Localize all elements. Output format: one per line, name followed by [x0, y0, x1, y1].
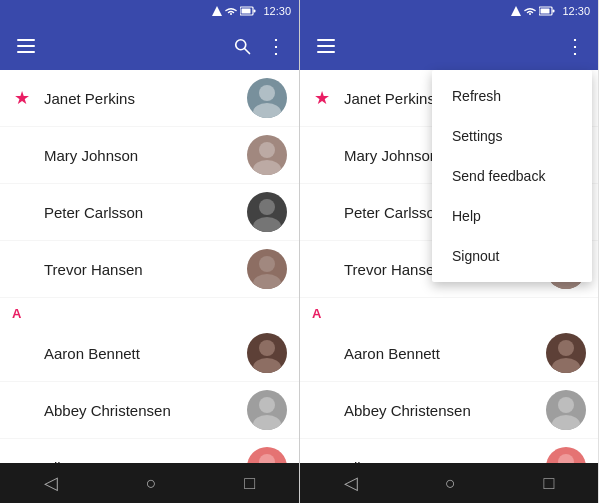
contact-abbey-left[interactable]: ★ Abbey Christensen — [0, 382, 299, 439]
recent-button-left[interactable]: □ — [244, 473, 255, 494]
signal-icon — [212, 6, 222, 16]
wifi-icon — [225, 6, 237, 16]
svg-line-5 — [245, 49, 250, 54]
contact-ali-left[interactable]: ★ Ali Connors — [0, 439, 299, 463]
dropdown-settings[interactable]: Settings — [432, 116, 592, 156]
svg-rect-27 — [553, 10, 555, 13]
svg-rect-2 — [242, 9, 251, 14]
status-bar-right: 12:30 — [300, 0, 598, 22]
star-aaron-left: ★ — [12, 342, 32, 364]
bottom-nav-right: ◁ ○ □ — [300, 463, 598, 503]
status-icons-left: 12:30 — [212, 5, 291, 17]
star-ali-left: ★ — [12, 456, 32, 463]
dropdown-send-feedback[interactable]: Send feedback — [432, 156, 592, 196]
left-panel: 12:30 ⋮ ★ Janet Perkins ★ Mary Johnson — [0, 0, 299, 503]
back-button-right[interactable]: ◁ — [344, 472, 358, 494]
star-mary-right: ★ — [312, 144, 332, 166]
contact-mary-left[interactable]: ★ Mary Johnson — [0, 127, 299, 184]
wifi-icon-right — [524, 6, 536, 16]
avatar-mary-left — [247, 135, 287, 175]
star-trevor-left: ★ — [12, 258, 32, 280]
avatar-aaron-left — [247, 333, 287, 373]
avatar-aaron-right — [546, 333, 586, 373]
status-bar-left: 12:30 — [0, 0, 299, 22]
star-peter-left: ★ — [12, 201, 32, 223]
svg-point-17 — [253, 415, 281, 430]
svg-point-38 — [558, 397, 574, 413]
svg-point-18 — [259, 454, 275, 463]
contact-peter-left[interactable]: ★ Peter Carlsson — [0, 184, 299, 241]
home-button-right[interactable]: ○ — [445, 473, 456, 494]
dropdown-signout[interactable]: Signout — [432, 236, 592, 276]
contact-aaron-right[interactable]: ★ Aaron Bennett — [300, 325, 598, 382]
section-a-header-right: A — [300, 298, 598, 325]
svg-point-8 — [259, 142, 275, 158]
recent-button-right[interactable]: □ — [543, 473, 554, 494]
status-icons-right: 12:30 — [511, 5, 590, 17]
svg-point-14 — [259, 340, 275, 356]
battery-icon — [240, 6, 256, 16]
more-button-right[interactable]: ⋮ — [563, 36, 586, 56]
contact-list-left: ★ Janet Perkins ★ Mary Johnson ★ Peter C… — [0, 70, 299, 463]
more-button-left[interactable]: ⋮ — [264, 36, 287, 56]
avatar-abbey-left — [247, 390, 287, 430]
name-aaron-right: Aaron Bennett — [344, 345, 534, 362]
name-ali-left: Ali Connors — [44, 459, 235, 464]
avatar-abbey-right — [546, 390, 586, 430]
contact-trevor-left[interactable]: ★ Trevor Hansen — [0, 241, 299, 298]
avatar-janet-left — [247, 78, 287, 118]
star-janet-left: ★ — [12, 87, 32, 109]
contact-ali-right[interactable]: ★ Ali Connors — [300, 439, 598, 463]
svg-point-9 — [253, 160, 281, 175]
svg-marker-0 — [212, 6, 222, 16]
svg-point-13 — [253, 274, 281, 289]
svg-point-36 — [558, 340, 574, 356]
bottom-nav-left: ◁ ○ □ — [0, 463, 299, 503]
star-abbey-left: ★ — [12, 399, 32, 421]
dropdown-help[interactable]: Help — [432, 196, 592, 236]
avatar-peter-left — [247, 192, 287, 232]
star-trevor-right: ★ — [312, 258, 332, 280]
right-panel: 12:30 ⋮ Refresh Settings Send feedback H… — [299, 0, 598, 503]
star-janet-right: ★ — [312, 87, 332, 109]
svg-marker-24 — [511, 6, 521, 16]
dropdown-menu: Refresh Settings Send feedback Help Sign… — [432, 70, 592, 282]
name-mary-left: Mary Johnson — [44, 147, 235, 164]
search-button-left[interactable] — [228, 32, 256, 60]
svg-point-37 — [552, 358, 580, 373]
name-janet-left: Janet Perkins — [44, 90, 235, 107]
hamburger-button-left[interactable] — [12, 32, 40, 60]
star-ali-right: ★ — [312, 456, 332, 463]
svg-point-10 — [259, 199, 275, 215]
contact-aaron-left[interactable]: ★ Aaron Bennett — [0, 325, 299, 382]
name-abbey-left: Abbey Christensen — [44, 402, 235, 419]
name-abbey-right: Abbey Christensen — [344, 402, 534, 419]
contact-janet-left[interactable]: ★ Janet Perkins — [0, 70, 299, 127]
search-icon-left — [232, 36, 252, 56]
contact-abbey-right[interactable]: ★ Abbey Christensen — [300, 382, 598, 439]
avatar-ali-right — [546, 447, 586, 463]
toolbar-left: ⋮ — [0, 22, 299, 70]
star-aaron-right: ★ — [312, 342, 332, 364]
status-time-right: 12:30 — [562, 5, 590, 17]
section-a-header-left: A — [0, 298, 299, 325]
star-peter-right: ★ — [312, 201, 332, 223]
star-abbey-right: ★ — [312, 399, 332, 421]
svg-point-6 — [259, 85, 275, 101]
toolbar-right: ⋮ — [300, 22, 598, 70]
svg-point-16 — [259, 397, 275, 413]
svg-point-15 — [253, 358, 281, 373]
svg-point-12 — [259, 256, 275, 272]
signal-icon-right — [511, 6, 521, 16]
svg-point-7 — [253, 103, 281, 118]
svg-point-11 — [253, 217, 281, 232]
svg-point-40 — [558, 454, 574, 463]
hamburger-button-right[interactable] — [312, 32, 340, 60]
name-peter-left: Peter Carlsson — [44, 204, 235, 221]
status-time-left: 12:30 — [263, 5, 291, 17]
back-button-left[interactable]: ◁ — [44, 472, 58, 494]
dropdown-refresh[interactable]: Refresh — [432, 76, 592, 116]
avatar-trevor-left — [247, 249, 287, 289]
name-trevor-left: Trevor Hansen — [44, 261, 235, 278]
home-button-left[interactable]: ○ — [146, 473, 157, 494]
